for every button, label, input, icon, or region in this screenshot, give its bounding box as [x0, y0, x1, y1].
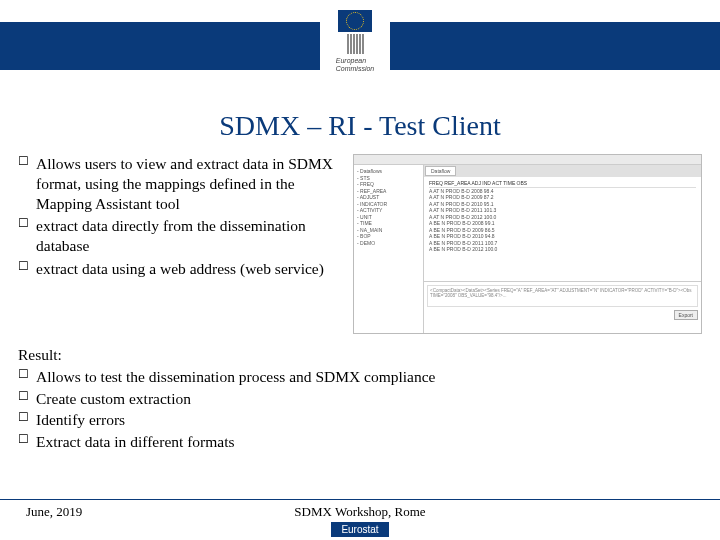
- app-screenshot: - Dataflows - STS - FREQ - REF_AREA - AD…: [353, 154, 702, 334]
- ec-logo: EuropeanCommission: [320, 4, 390, 84]
- bullet-item: Allows users to view and extract data in…: [18, 154, 343, 213]
- result-heading: Result:: [18, 346, 702, 364]
- footer-event: SDMX Workshop, Rome: [294, 504, 425, 520]
- footer-date: June, 2019: [26, 504, 82, 520]
- main-bullets: Allows users to view and extract data in…: [18, 154, 343, 334]
- eu-flag-icon: [338, 10, 372, 32]
- screenshot-tabs: Dataflow: [424, 165, 701, 177]
- result-section: Result: Allows to test the dissemination…: [0, 334, 720, 453]
- screenshot-table: FREQ REF_AREA ADJ IND ACT TIME OBS A AT …: [424, 177, 701, 281]
- screenshot-toolbar: [354, 155, 701, 165]
- result-item: Create custom extraction: [18, 388, 702, 410]
- screenshot-export-button: Export: [674, 310, 698, 320]
- logo-text: EuropeanCommission: [336, 57, 375, 72]
- eurostat-tag: Eurostat: [331, 522, 388, 537]
- result-item: Identify errors: [18, 409, 702, 431]
- bullet-item: extract data using a web address (web se…: [18, 259, 343, 279]
- footer: June, 2019 SDMX Workshop, Rome Eurostat: [0, 500, 720, 540]
- screenshot-tab: Dataflow: [425, 166, 456, 176]
- screenshot-output: <CompactData><DataSet><Series FREQ="A" R…: [424, 281, 701, 333]
- result-item: Allows to test the dissemination process…: [18, 366, 702, 388]
- pillars-icon: [347, 34, 364, 54]
- screenshot-tree: - Dataflows - STS - FREQ - REF_AREA - AD…: [354, 165, 424, 333]
- header-bar: EuropeanCommission: [0, 22, 720, 70]
- bullet-item: extract data directly from the dissemina…: [18, 216, 343, 256]
- result-item: Extract data in different formats: [18, 431, 702, 453]
- page-title: SDMX – RI - Test Client: [0, 110, 720, 142]
